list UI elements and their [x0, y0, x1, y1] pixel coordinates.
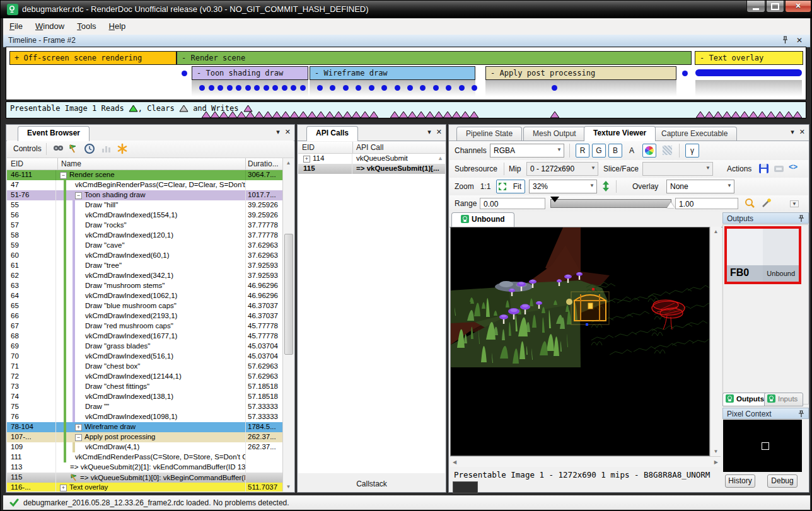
panel-close-icon[interactable]: ✕: [436, 128, 442, 135]
tab-event-browser[interactable]: Event Browser: [18, 126, 90, 141]
gamma-toggle[interactable]: γ: [685, 144, 699, 158]
pixel-context-view[interactable]: [723, 420, 802, 472]
custom-shader-icon[interactable]: <>: [789, 163, 798, 171]
range-black-handle[interactable]: [550, 197, 559, 202]
event-row[interactable]: 73Draw "chest fittings"57.18518: [7, 382, 283, 392]
api-call-row[interactable]: +114vkQueueSubmit: [298, 154, 445, 164]
zoom-1to1-button[interactable]: 1:1: [477, 180, 494, 193]
menu-help[interactable]: Help: [103, 18, 132, 33]
channel-alpha-toggle[interactable]: A: [625, 144, 639, 158]
event-table-header[interactable]: EID Name Duratio...: [7, 158, 283, 170]
event-row[interactable]: 55Draw "hill"39.25926: [7, 200, 283, 210]
autofit-range-icon[interactable]: [745, 198, 755, 211]
draw-event-dot[interactable]: [264, 85, 269, 91]
pin-icon[interactable]: [798, 215, 804, 224]
histogram-wand-icon[interactable]: [761, 198, 772, 211]
channel-blue-toggle[interactable]: B: [608, 144, 622, 158]
event-row[interactable]: 75Draw ""57.33333: [7, 402, 283, 412]
panel-menu-icon[interactable]: ▾: [791, 128, 794, 135]
scrollbar-thumb[interactable]: [284, 234, 293, 355]
custom-filter-icon[interactable]: [117, 143, 129, 156]
range-options-dropdown-icon[interactable]: ▼: [790, 200, 799, 207]
draw-event-dot[interactable]: [282, 85, 287, 91]
channel-red-toggle[interactable]: R: [576, 144, 589, 158]
timeline-pin-icon[interactable]: [782, 36, 789, 46]
draw-event-dot[interactable]: [552, 85, 557, 91]
texture-display[interactable]: [450, 227, 710, 456]
draw-events-pill[interactable]: [695, 69, 802, 76]
draw-event-dot[interactable]: [300, 85, 306, 91]
tab-inputs[interactable]: Inputs: [764, 393, 803, 406]
tab-api-calls[interactable]: API Calls: [306, 126, 358, 141]
event-row[interactable]: 68vkCmdDrawIndexed(1677,1)45.77778: [7, 331, 283, 342]
event-row[interactable]: 109vkCmdDraw(4,1)262.37...: [7, 442, 283, 452]
event-row[interactable]: 64vkCmdDrawIndexed(1062,1)46.96296: [7, 291, 283, 301]
draw-event-dot[interactable]: [199, 85, 205, 91]
event-row[interactable]: 72vkCmdDrawIndexed(12144,1)57.62963: [7, 372, 283, 382]
timeline-close-icon[interactable]: ✕: [796, 36, 803, 45]
scroll-left-icon[interactable]: ◀: [453, 459, 456, 465]
scroll-up-icon[interactable]: ▲: [283, 160, 294, 166]
timeline-marker-bar[interactable]: - Apply post processing: [485, 66, 676, 80]
range-min-field[interactable]: 0.00: [480, 198, 545, 209]
event-row[interactable]: 57Draw "rocks"37.77778: [7, 221, 283, 231]
event-row[interactable]: 71Draw "chest box"57.62963: [7, 362, 283, 372]
event-row[interactable]: 63Draw "mushroom stems"46.96296: [7, 281, 283, 291]
writes-triangle-group[interactable]: [202, 110, 378, 117]
draw-event-dot[interactable]: [343, 85, 349, 91]
scroll-right-icon[interactable]: ▶: [714, 459, 718, 465]
fb0-thumbnail[interactable]: FB0 Unbound: [724, 226, 801, 284]
timeline-marker-bar[interactable]: + Off-screen scene rendering: [9, 51, 177, 65]
timeline-marker-bar[interactable]: - Toon shading draw: [192, 66, 308, 80]
range-max-field[interactable]: 1.00: [675, 198, 738, 209]
menu-tools[interactable]: Tools: [71, 18, 102, 33]
event-row[interactable]: 70vkCmdDrawIndexed(516,1)45.03704: [7, 352, 283, 362]
draw-event-dot[interactable]: [245, 85, 251, 91]
api-table-header[interactable]: EID API Call: [298, 142, 445, 154]
save-texture-icon[interactable]: [758, 163, 769, 176]
overlay-select[interactable]: None▼: [666, 180, 734, 193]
event-row[interactable]: 65Draw "blue mushroom caps"46.37037: [7, 301, 283, 311]
panel-close-icon[interactable]: ✕: [799, 128, 805, 135]
event-row[interactable]: 60vkCmdDrawIndexed(60,1)37.62963: [7, 251, 283, 261]
writes-triangle-group[interactable]: [550, 110, 559, 117]
checker-background-toggle[interactable]: [660, 144, 674, 158]
texture-vscrollbar[interactable]: ▲ ▼: [710, 227, 721, 456]
writes-triangle-group[interactable]: [390, 110, 478, 117]
menu-file[interactable]: File: [3, 18, 29, 33]
panel-menu-icon[interactable]: ▾: [427, 128, 431, 135]
event-row[interactable]: 58vkCmdDrawIndexed(120,1)37.77778: [7, 231, 283, 241]
timeline-marker-bar[interactable]: - Render scene: [177, 51, 692, 65]
draw-event-dot[interactable]: [682, 71, 688, 76]
texture-hscrollbar[interactable]: ◀ ▶: [450, 456, 721, 467]
event-row[interactable]: 78-104+Wireframe draw1784.5...: [7, 422, 283, 432]
api-call-row[interactable]: 115=> vkQueueSubmit(1)[...: [298, 164, 445, 174]
event-row[interactable]: 113=> vkQueueSubmit(2)[1]: vkEndCommandB…: [7, 462, 283, 473]
event-list[interactable]: 46-111−Render scene3064.7...47vkCmdBegin…: [7, 170, 283, 491]
event-row[interactable]: 67Draw "red mushroom caps"45.77778: [7, 321, 283, 331]
tree-expander-icon[interactable]: −: [75, 434, 82, 441]
panel-close-icon[interactable]: ✕: [285, 128, 291, 135]
debug-button[interactable]: Debug: [767, 474, 798, 488]
mip-select[interactable]: 0 - 1272x690▼: [526, 162, 598, 176]
event-row[interactable]: 76vkCmdDrawIndexed(1098,1)57.33333: [7, 412, 283, 422]
tab-pipeline-state[interactable]: Pipeline State: [456, 127, 522, 141]
event-row[interactable]: 62vkCmdDrawIndexed(342,1)37.92593: [7, 271, 283, 281]
close-button[interactable]: ✕: [785, 1, 811, 13]
tree-expander-icon[interactable]: −: [75, 192, 82, 199]
event-list-scrollbar[interactable]: ▲ ▼: [282, 158, 294, 491]
draw-event-dot[interactable]: [407, 85, 413, 91]
event-row[interactable]: 115=> vkQueueSubmit(1)[0]: vkBeginComman…: [7, 473, 283, 483]
find-icon[interactable]: [52, 143, 65, 156]
draw-event-dot[interactable]: [218, 85, 223, 91]
tab-mesh-output[interactable]: Mesh Output: [523, 127, 586, 141]
draw-event-dot[interactable]: [381, 85, 387, 91]
timeline-canvas[interactable]: + Off-screen scene rendering- Render sce…: [6, 47, 806, 100]
event-row[interactable]: 61Draw "tree"37.92593: [7, 261, 283, 271]
menu-window[interactable]: Window: [29, 18, 71, 33]
event-row[interactable]: 74vkCmdDrawIndexed(138,1)57.18518: [7, 392, 283, 402]
time-duration-icon[interactable]: [84, 143, 96, 156]
draw-event-dot[interactable]: [182, 71, 187, 76]
event-row[interactable]: 46-111−Render scene3064.7...: [7, 170, 283, 180]
event-row[interactable]: 69Draw "grass blades"45.03704: [7, 342, 283, 352]
